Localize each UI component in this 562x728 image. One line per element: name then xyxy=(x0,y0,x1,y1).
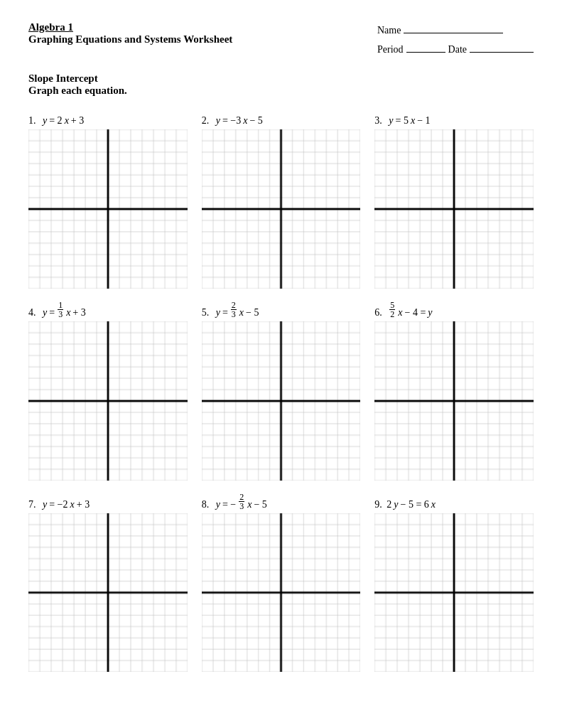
graph-cell-4: 4. y = 13x + 3 xyxy=(28,299,188,481)
graph-canvas-5 xyxy=(202,321,361,481)
equation-label-1: 1. y = 2x + 3 xyxy=(28,107,188,127)
equation-label-4: 4. y = 13x + 3 xyxy=(28,299,188,318)
graph-container-5 xyxy=(202,321,361,481)
graph-container-9 xyxy=(374,513,534,673)
equation-label-9: 9. 2y − 5 = 6x xyxy=(374,491,534,510)
date-field[interactable] xyxy=(470,41,534,53)
name-block: Name Period Date xyxy=(377,21,534,60)
equation-label-3: 3. y = 5x − 1 xyxy=(374,107,534,127)
period-field[interactable] xyxy=(406,41,445,53)
name-line: Name xyxy=(377,21,534,39)
graph-canvas-8 xyxy=(202,513,361,673)
graphs-grid: 1. y = 2x + 32. y = −3x − 53. y = 5x − 1… xyxy=(28,107,534,672)
page-header: Algebra 1 Graphing Equations and Systems… xyxy=(28,21,534,60)
graph-cell-2: 2. y = −3x − 5 xyxy=(202,107,361,289)
worksheet-subtitle: Graphing Equations and Systems Worksheet xyxy=(28,33,232,46)
name-field[interactable] xyxy=(404,22,503,33)
graph-cell-9: 9. 2y − 5 = 6x xyxy=(374,491,534,673)
graph-container-2 xyxy=(202,129,361,289)
period-date-line: Period Date xyxy=(377,41,534,58)
graph-container-1 xyxy=(28,129,188,289)
section-line2: Graph each equation. xyxy=(28,85,534,97)
date-label: Date xyxy=(448,41,467,58)
title-block: Algebra 1 Graphing Equations and Systems… xyxy=(28,21,232,46)
equation-label-2: 2. y = −3x − 5 xyxy=(202,107,361,127)
graph-container-7 xyxy=(28,513,188,673)
graph-container-6 xyxy=(374,321,534,481)
graph-container-4 xyxy=(28,321,188,481)
graph-cell-7: 7. y = −2x + 3 xyxy=(28,491,188,673)
section-header: Slope Intercept Graph each equation. xyxy=(28,73,534,97)
graph-canvas-7 xyxy=(28,513,188,673)
graph-container-8 xyxy=(202,513,361,673)
graph-canvas-1 xyxy=(28,129,188,289)
graph-canvas-4 xyxy=(28,321,188,481)
name-label: Name xyxy=(377,21,401,39)
graph-cell-3: 3. y = 5x − 1 xyxy=(374,107,534,289)
period-label: Period xyxy=(377,41,404,58)
graph-canvas-2 xyxy=(202,129,361,289)
graph-canvas-9 xyxy=(374,513,534,673)
equation-label-8: 8. y = −23x − 5 xyxy=(202,491,361,510)
section-line1: Slope Intercept xyxy=(28,73,534,85)
graph-cell-8: 8. y = −23x − 5 xyxy=(202,491,361,673)
graph-canvas-6 xyxy=(374,321,534,481)
equation-label-6: 6. 52x − 4 = y xyxy=(374,299,534,318)
graph-cell-5: 5. y = 23x − 5 xyxy=(202,299,361,481)
graph-cell-1: 1. y = 2x + 3 xyxy=(28,107,188,289)
equation-label-7: 7. y = −2x + 3 xyxy=(28,491,188,510)
graph-container-3 xyxy=(374,129,534,289)
equation-label-5: 5. y = 23x − 5 xyxy=(202,299,361,318)
course-title: Algebra 1 xyxy=(28,21,232,33)
graph-canvas-3 xyxy=(374,129,534,289)
graph-cell-6: 6. 52x − 4 = y xyxy=(374,299,534,481)
